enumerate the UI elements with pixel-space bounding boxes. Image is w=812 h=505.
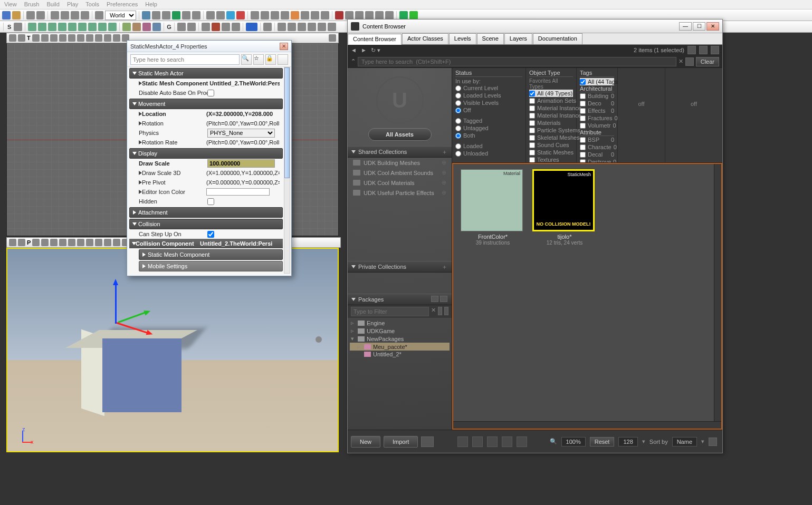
minimize-button[interactable]: — xyxy=(679,22,692,31)
menu-build[interactable]: Build xyxy=(46,1,59,8)
search-icon[interactable]: 🔍 xyxy=(550,438,557,445)
view-option-icon[interactable] xyxy=(687,46,696,54)
actor-sprite[interactable] xyxy=(316,336,322,343)
toolbar-icon[interactable] xyxy=(298,23,306,31)
toolbar-icon[interactable] xyxy=(278,23,286,31)
new-button[interactable]: New xyxy=(351,436,380,448)
brush-cube-icon[interactable] xyxy=(28,23,36,31)
view-option-icon[interactable] xyxy=(711,46,719,54)
asset-staticmesh-selected[interactable]: StaticMeshNO COLLISION MODEL! tijolo* 12… xyxy=(532,169,597,246)
view-mode-icon[interactable] xyxy=(517,436,527,447)
brush-icon[interactable] xyxy=(38,23,46,31)
close-icon[interactable]: ✕ xyxy=(280,43,288,50)
radio-loaded[interactable]: Loaded xyxy=(455,142,522,150)
brush-icon[interactable] xyxy=(122,23,131,31)
all-assets-button[interactable]: All Assets xyxy=(368,128,432,141)
check-effects[interactable]: Effects0 xyxy=(580,107,614,114)
package-filter-input[interactable] xyxy=(351,307,429,316)
color-swatch[interactable] xyxy=(206,188,270,196)
play-level-icon[interactable] xyxy=(246,23,257,31)
brush-icon[interactable] xyxy=(132,23,141,31)
viewport-icon[interactable] xyxy=(68,34,75,42)
scrollbar-horizontal[interactable] xyxy=(453,421,721,429)
toolbar-icon[interactable] xyxy=(301,11,309,20)
character-icon[interactable] xyxy=(212,23,220,31)
check-matinst[interactable]: Material Instance xyxy=(529,104,573,112)
toolbar-icon[interactable] xyxy=(236,11,245,20)
viewport-icon[interactable] xyxy=(59,239,66,246)
toolbar-icon[interactable] xyxy=(263,23,272,31)
tab-content-browser[interactable]: Content Browser xyxy=(348,34,402,45)
toolbar-icon[interactable] xyxy=(281,11,289,20)
properties-search-input[interactable] xyxy=(130,54,240,65)
toolbar-icon[interactable] xyxy=(177,23,186,31)
brush-icon[interactable] xyxy=(48,23,56,31)
viewport-icon[interactable] xyxy=(86,34,93,42)
toolbar-icon[interactable] xyxy=(182,11,190,20)
tree-node-udkgame[interactable]: ▹UDKGame xyxy=(350,327,450,335)
viewport-mode-label[interactable]: T xyxy=(27,35,31,41)
tab-documentation[interactable]: Documentation xyxy=(533,33,582,44)
tree-node-engine[interactable]: ▹Engine xyxy=(350,319,450,327)
section-mobile[interactable]: Mobile Settings xyxy=(139,261,283,271)
collection-item[interactable]: UDK Cool Materials⊕ xyxy=(348,178,452,188)
check-alltags[interactable]: All (44 Tags xyxy=(580,78,614,85)
shared-collections-header[interactable]: Shared Collections＋ xyxy=(348,146,452,158)
close-button[interactable]: ✕ xyxy=(706,22,719,31)
check-building[interactable]: Building0 xyxy=(580,92,614,100)
packages-header[interactable]: Packages xyxy=(348,294,452,305)
section-collision[interactable]: Collision xyxy=(129,219,283,229)
tree-node-newpackages[interactable]: ▾NewPackages xyxy=(350,335,450,343)
check-volumetr[interactable]: Volumetr0 xyxy=(580,122,614,129)
lock-icon[interactable]: 🔒 xyxy=(265,54,276,65)
tab-actor-classes[interactable]: Actor Classes xyxy=(402,33,448,44)
check-bsp[interactable]: BSP0 xyxy=(580,136,614,143)
brush-icon[interactable] xyxy=(152,23,161,31)
radio-both[interactable]: Both xyxy=(455,132,522,139)
view-mode-icon[interactable] xyxy=(487,436,498,447)
viewport-icon[interactable] xyxy=(113,239,120,246)
check-textures[interactable]: Textures xyxy=(529,156,573,163)
toolbar-icon[interactable] xyxy=(321,11,329,20)
check-skelmesh[interactable]: Skeletal Meshes xyxy=(529,134,573,141)
menu-play[interactable]: Play xyxy=(67,1,78,8)
brush-icon[interactable] xyxy=(98,23,107,31)
tab-scene[interactable]: Scene xyxy=(477,33,504,44)
brush-icon[interactable] xyxy=(108,23,117,31)
transform-scale-icon[interactable] xyxy=(81,11,89,20)
check-animsets[interactable]: Animation Sets xyxy=(529,97,573,104)
check-soundcues[interactable]: Sound Cues xyxy=(529,141,573,149)
brush-icon[interactable] xyxy=(68,23,77,31)
check-deco[interactable]: Deco0 xyxy=(580,100,614,107)
toolbar-icon[interactable] xyxy=(335,11,343,20)
sort-field-select[interactable]: Name xyxy=(672,437,697,446)
add-collection-icon[interactable]: ＋ xyxy=(442,263,447,271)
private-collections-header[interactable]: Private Collections＋ xyxy=(348,261,452,273)
transform-move-icon[interactable] xyxy=(61,11,69,20)
radio-loaded-levels[interactable]: Loaded Levels xyxy=(455,92,522,99)
view-option-icon[interactable] xyxy=(699,46,708,54)
toolbar-icon[interactable] xyxy=(95,11,103,20)
kismet-icon[interactable] xyxy=(172,11,180,20)
pkg-view-icon[interactable] xyxy=(431,296,438,302)
collection-item[interactable]: UDK Useful Particle Effects⊕ xyxy=(348,188,452,198)
check-destroyed[interactable]: Destroye0 xyxy=(580,158,614,163)
tree-node-untitled[interactable]: Untitled_2* xyxy=(350,351,450,358)
toolbar-icon[interactable] xyxy=(51,11,59,20)
viewport-icon[interactable] xyxy=(104,34,111,42)
viewport-icon[interactable] xyxy=(95,239,102,246)
collection-item[interactable]: UDK Cool Ambient Sounds⊕ xyxy=(348,168,452,178)
toolbar-icon[interactable] xyxy=(311,11,319,20)
viewport-icon[interactable] xyxy=(50,239,58,246)
toolbar-icon[interactable] xyxy=(318,23,326,31)
brush-icon[interactable] xyxy=(88,23,97,31)
viewport-icon[interactable] xyxy=(32,239,40,246)
toolbar-icon[interactable] xyxy=(142,11,150,20)
drawscale-input[interactable] xyxy=(207,159,275,168)
toolbar-icon[interactable] xyxy=(375,11,384,20)
toolbar-icon[interactable] xyxy=(192,11,200,20)
reset-zoom-button[interactable]: Reset xyxy=(590,437,615,446)
section-smc-nested[interactable]: Static Mesh Component xyxy=(139,249,283,260)
redo-icon[interactable] xyxy=(36,11,45,20)
viewport-icon[interactable] xyxy=(41,34,49,42)
